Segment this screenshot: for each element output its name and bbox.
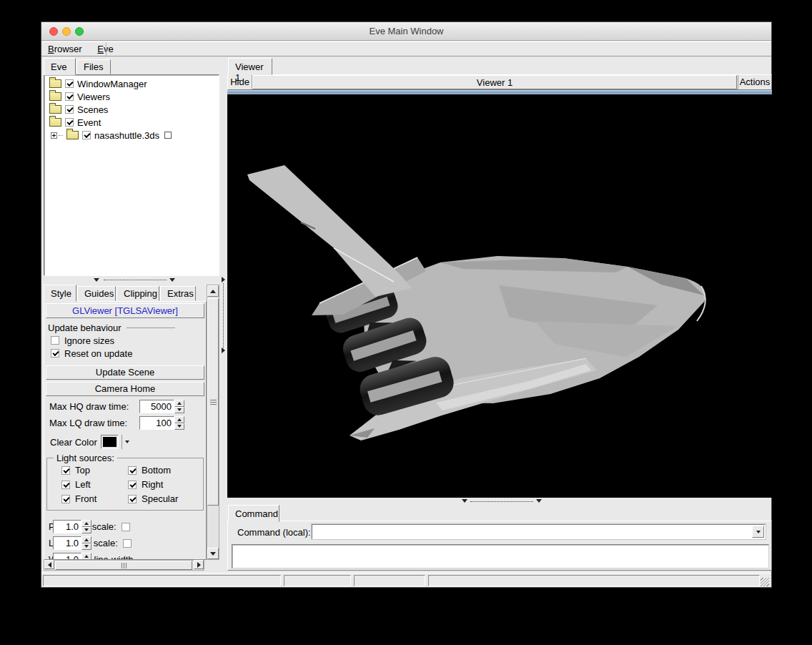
- light-right-checkbox[interactable]: [128, 481, 137, 489]
- tab-files[interactable]: Files: [76, 59, 111, 74]
- chevron-down-icon: [462, 499, 467, 503]
- command-local-label: Command (local):: [237, 527, 311, 538]
- style-panel-vscrollbar[interactable]: [207, 285, 219, 560]
- tab-extras[interactable]: Extras: [160, 286, 196, 301]
- chevron-down-icon: [169, 278, 175, 282]
- update-scene-button[interactable]: Update Scene: [46, 365, 204, 380]
- tree-item-event[interactable]: Event: [44, 116, 219, 129]
- scroll-right-icon[interactable]: [194, 560, 204, 569]
- vscroll-thumb[interactable]: [207, 298, 219, 506]
- viewer-tabbar: Viewer 1: [228, 58, 773, 74]
- tab-guides[interactable]: Guides: [77, 286, 116, 301]
- clear-color-swatch[interactable]: [101, 435, 119, 449]
- style-panel-hscrollbar[interactable]: [44, 560, 204, 571]
- line-width-checkbox[interactable]: [123, 539, 132, 548]
- spin-up-icon[interactable]: [81, 520, 91, 527]
- wireframe-line-width-row: Wireframe line-width 1.0: [49, 554, 133, 560]
- status-cell: [43, 575, 281, 586]
- command-input[interactable]: [314, 526, 751, 538]
- splitter-dots: [223, 283, 224, 351]
- combo-dropdown-icon[interactable]: [752, 526, 764, 538]
- tree-label[interactable]: Viewers: [77, 92, 110, 102]
- expand-icon[interactable]: [51, 132, 57, 139]
- status-bar: [41, 573, 771, 587]
- light-left-checkbox[interactable]: [61, 481, 70, 489]
- max-lq-label: Max LQ draw time:: [49, 418, 127, 428]
- line-width-value[interactable]: 1.0: [53, 536, 81, 550]
- tab-clipping[interactable]: Clipping: [117, 286, 159, 301]
- point-size-value[interactable]: 1.0: [53, 520, 81, 533]
- ignore-sizes-checkbox[interactable]: [51, 336, 59, 345]
- checkbox-viewers[interactable]: [65, 92, 74, 101]
- checkbox-event[interactable]: [65, 118, 74, 127]
- tree-item-scenes[interactable]: Scenes: [44, 103, 219, 116]
- wireframe-value[interactable]: 1.0: [53, 553, 81, 560]
- spin-up-icon[interactable]: [81, 536, 91, 543]
- command-output-area[interactable]: [232, 544, 769, 568]
- scroll-down-icon[interactable]: [207, 548, 219, 559]
- max-hq-spinner: 5000: [139, 400, 184, 413]
- light-specular-label: Specular: [142, 493, 178, 504]
- menu-browser[interactable]: Browser: [41, 42, 89, 56]
- point-size-spinner: 1.0: [53, 520, 91, 533]
- line-width-spinner: 1.0: [53, 536, 91, 550]
- light-top-checkbox[interactable]: [61, 466, 70, 475]
- chevron-right-icon: [222, 348, 225, 353]
- command-tabbar: Command: [228, 505, 773, 521]
- tab-style[interactable]: Style: [44, 285, 76, 302]
- spin-down-icon[interactable]: [174, 423, 184, 430]
- main-vertical-splitter[interactable]: [220, 58, 227, 571]
- max-lq-value[interactable]: 100: [139, 416, 174, 430]
- viewer-command-splitter[interactable]: [227, 498, 772, 505]
- hscroll-thumb[interactable]: [55, 561, 192, 570]
- tab-command[interactable]: Command: [228, 505, 279, 522]
- spin-down-icon[interactable]: [174, 407, 184, 414]
- max-hq-value[interactable]: 5000: [139, 400, 174, 413]
- tree-splitter[interactable]: [44, 276, 219, 284]
- tree-label[interactable]: Event: [77, 117, 101, 128]
- camera-home-button[interactable]: Camera Home: [46, 382, 204, 396]
- light-specular-checkbox[interactable]: [128, 495, 137, 503]
- checkbox-nasashuttle[interactable]: [82, 131, 91, 139]
- reset-on-update-checkbox[interactable]: [51, 349, 59, 358]
- tree-connector: [59, 135, 63, 136]
- color-box-icon[interactable]: [164, 132, 172, 139]
- tree-label[interactable]: Scenes: [77, 104, 108, 115]
- splitter-dots: [104, 280, 167, 280]
- scroll-left-icon[interactable]: [44, 560, 54, 569]
- tree-label[interactable]: nasashuttle.3ds: [94, 130, 159, 141]
- window-title: Eve Main Window: [41, 26, 771, 36]
- thumb-grip-icon: [122, 563, 127, 568]
- gl-viewport[interactable]: [227, 94, 772, 498]
- folder-icon: [66, 131, 79, 139]
- light-bottom-option: Bottom: [128, 465, 171, 476]
- tree-item-viewers[interactable]: Viewers: [44, 90, 219, 103]
- light-front-checkbox[interactable]: [61, 495, 70, 503]
- tree-item-windowmanager[interactable]: WindowManager: [44, 77, 219, 90]
- update-behaviour-label: Update behaviour: [48, 322, 122, 333]
- spin-down-icon[interactable]: [81, 543, 91, 551]
- tab-eve[interactable]: Eve: [44, 58, 76, 75]
- clear-color-row: Clear Color: [50, 437, 97, 448]
- glviewer-class-button[interactable]: GLViewer [TGLSAViewer]: [46, 303, 204, 318]
- shuttle-3d-model: [227, 94, 772, 498]
- resize-grip-icon[interactable]: [761, 578, 769, 586]
- spin-up-icon[interactable]: [174, 416, 184, 423]
- scroll-up-icon[interactable]: [207, 285, 219, 297]
- spin-down-icon[interactable]: [81, 527, 91, 534]
- checkbox-scenes[interactable]: [65, 105, 74, 114]
- status-cell: [284, 575, 351, 586]
- tree-label[interactable]: WindowManager: [77, 79, 147, 89]
- checkbox-windowmanager[interactable]: [65, 79, 74, 88]
- actions-button[interactable]: Actions: [738, 75, 771, 89]
- tree-item-nasashuttle[interactable]: nasashuttle.3ds: [44, 129, 219, 142]
- spin-up-icon[interactable]: [81, 553, 91, 560]
- point-size-checkbox[interactable]: [122, 523, 130, 531]
- clear-color-dropdown[interactable]: [122, 435, 132, 449]
- chevron-down-icon: [94, 278, 99, 282]
- light-left-option: Left: [61, 479, 91, 490]
- light-bottom-checkbox[interactable]: [128, 466, 137, 475]
- spin-up-icon[interactable]: [174, 400, 184, 407]
- light-sources-group: Light sources: Top Bottom Left Right Fro…: [46, 458, 204, 511]
- tab-viewer1[interactable]: Viewer 1: [228, 58, 272, 75]
